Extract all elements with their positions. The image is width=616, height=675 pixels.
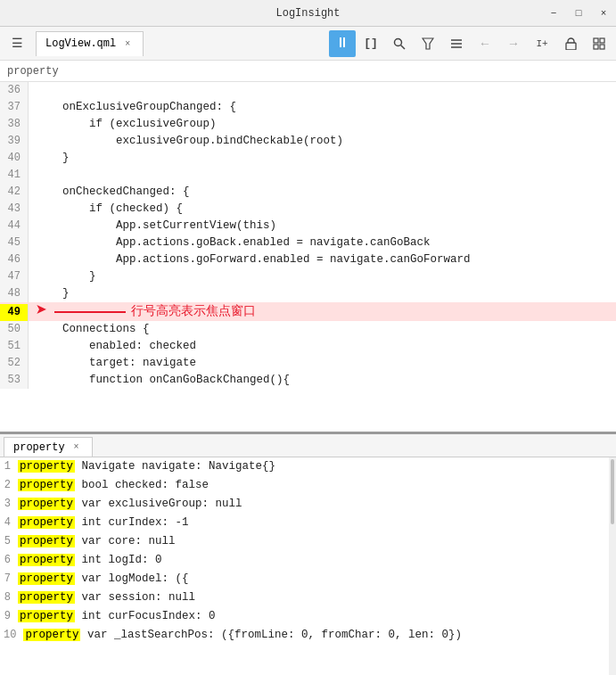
tab-label: LogView.qml [45,37,116,50]
minimize-button[interactable]: − [541,0,566,27]
line-code: } [29,268,616,285]
breadcrumb-text: property [7,65,59,78]
bottom-line-number: 2 [0,476,18,495]
bottom-line-number: 8 [0,589,18,607]
svg-rect-10 [600,45,604,49]
bottom-line-code: property var exclusiveGroup: null [18,495,616,514]
maximize-button[interactable]: □ [566,0,591,27]
bottom-lines: 1property Navigate navigate: Navigate{}2… [0,457,616,645]
search-button[interactable] [386,30,413,57]
search-icon [393,37,406,50]
breadcrumb: property [0,61,616,82]
property-keyword: property [18,572,75,585]
add-breakpoint-button[interactable]: I+ [529,30,555,57]
bottom-line-number: 10 [0,626,23,645]
line-number: 53 [0,372,29,389]
bottom-line-code: property var core: null [18,532,616,551]
logview-tab[interactable]: LogView.qml × [36,31,144,56]
property-value: var session: null [75,591,195,604]
table-row: 41 [0,167,616,184]
forward-button[interactable]: → [500,30,527,57]
table-row: 38 if (exclusiveGroup) [0,116,616,133]
line-number: 44 [0,218,29,235]
close-button[interactable]: × [591,0,616,27]
line-code: ➤行号高亮表示焦点窗口 [29,302,616,321]
table-row: 39 exclusiveGroup.bindCheckable(root) [0,133,616,150]
line-number: 42 [0,184,29,201]
svg-rect-8 [600,38,604,43]
scrollbar[interactable] [609,457,616,675]
line-number: 36 [0,82,29,99]
bottom-line-number: 6 [0,551,18,570]
tab-close-icon[interactable]: × [121,37,134,50]
line-number: 51 [0,338,29,355]
line-number: 50 [0,321,29,338]
line-number: 43 [0,201,29,218]
property-keyword: property [18,498,75,510]
line-number: 46 [0,251,29,268]
property-value: Navigate navigate: Navigate{} [75,460,275,473]
svg-point-0 [395,38,402,45]
list-item: 2property bool checked: false [0,476,616,495]
line-code: enabled: checked [29,338,616,355]
bottom-line-number: 4 [0,514,18,532]
filter-button[interactable] [415,30,441,57]
scrollbar-thumb [611,459,614,524]
table-row: 40 } [0,150,616,167]
table-row: 51 enabled: checked [0,338,616,355]
property-tab-close[interactable]: × [70,441,83,454]
bottom-code-area[interactable]: 1property Navigate navigate: Navigate{}2… [0,457,616,675]
bottom-line-code: property Navigate navigate: Navigate{} [18,457,616,476]
property-value: var core: null [75,535,176,547]
menu-icon[interactable]: ☰ [4,30,30,57]
top-panel: property 3637 onExclusiveGroupChanged: {… [0,61,616,434]
line-number: 41 [0,167,29,184]
main-layout: property 3637 onExclusiveGroupChanged: {… [0,61,616,675]
line-number: 52 [0,355,29,372]
table-row: 43 if (checked) { [0,201,616,218]
filter-icon [422,37,434,50]
list-item: 1property Navigate navigate: Navigate{} [0,457,616,476]
svg-rect-7 [594,38,598,43]
pause-button[interactable]: ⏸ [329,30,356,57]
bottom-line-code: property var _lastSearchPos: ({fromLine:… [23,626,616,645]
property-keyword: property [18,535,75,547]
line-code: exclusiveGroup.bindCheckable(root) [29,133,616,150]
line-code: onCheckedChanged: { [29,184,616,201]
grid-button[interactable] [586,30,612,57]
top-code-area[interactable]: 3637 onExclusiveGroupChanged: {38 if (ex… [0,82,616,432]
bottom-tab-bar: property × [0,434,616,457]
list-item: 8property var session: null [0,589,616,607]
table-row: 53 function onCanGoBackChanged(){ [0,372,616,389]
property-tab[interactable]: property × [4,437,93,457]
lock-button[interactable] [557,30,584,57]
lock-icon [565,37,577,50]
line-code: onExclusiveGroupChanged: { [29,99,616,116]
line-number: 39 [0,133,29,150]
bottom-panel: property × 1property Navigate navigate: … [0,434,616,675]
line-number: 40 [0,150,29,167]
bottom-line-number: 5 [0,532,18,551]
table-row: 45 App.actions.goBack.enabled = navigate… [0,235,616,251]
property-value: var exclusiveGroup: null [75,498,242,510]
bottom-line-number: 1 [0,457,18,476]
line-code: } [29,150,616,167]
property-keyword: property [18,591,75,604]
align-button[interactable] [443,30,470,57]
line-code: if (checked) { [29,201,616,218]
property-value: int curFocusIndex: 0 [75,610,216,622]
property-keyword: property [18,610,75,622]
property-value: int logId: 0 [75,554,162,566]
toolbar: ☰ LogView.qml × ⏸ [] ← → [0,27,616,61]
line-number: 37 [0,99,29,116]
property-value: var logModel: ({ [75,572,189,585]
back-button[interactable]: ← [472,30,498,57]
list-item: 9property int curFocusIndex: 0 [0,607,616,626]
table-row: 46 App.actions.goForward.enabled = navig… [0,251,616,268]
title-bar-title: LogInsight [275,7,340,20]
bracket-button[interactable]: [] [357,30,384,57]
list-item: 5property var core: null [0,532,616,551]
bottom-line-code: property int curIndex: -1 [18,514,616,532]
property-tab-label: property [13,441,65,454]
tab-bar: LogView.qml × [36,31,327,56]
